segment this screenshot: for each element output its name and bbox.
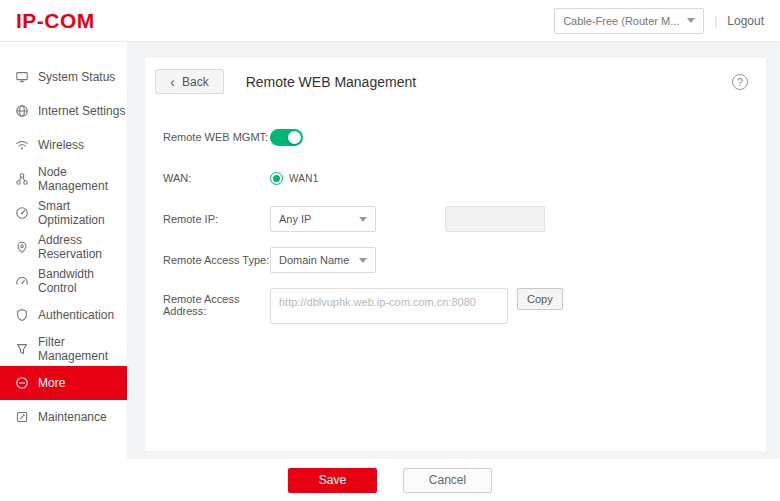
form-row-remote-mgmt: Remote WEB MGMT: xyxy=(163,124,752,150)
form-row-wan: WAN: WAN1 xyxy=(163,165,752,191)
sidebar-item-smart-optimization[interactable]: Smart Optimization xyxy=(0,196,127,230)
remote-ip-label: Remote IP: xyxy=(163,213,270,225)
access-address-label: Remote Access Address: xyxy=(163,288,270,317)
top-header: IP-COM Cable-Free (Router M... | Logout xyxy=(0,0,780,42)
ipcom-logo: IP-COM xyxy=(16,9,95,33)
sidebar-item-label: Node Management xyxy=(38,165,127,193)
optimization-icon xyxy=(15,206,29,220)
sidebar-item-label: System Status xyxy=(38,70,115,84)
remote-ip-input[interactable] xyxy=(445,206,545,232)
chevron-down-icon xyxy=(359,217,367,222)
remote-mgmt-label: Remote WEB MGMT: xyxy=(163,131,270,143)
form-row-access-type: Remote Access Type: Domain Name xyxy=(163,247,752,273)
maintenance-icon xyxy=(15,410,29,424)
sidebar-item-label: Wireless xyxy=(38,138,84,152)
wan1-radio[interactable] xyxy=(270,172,283,185)
monitor-icon xyxy=(15,70,29,84)
wifi-icon xyxy=(15,138,29,152)
access-type-select[interactable]: Domain Name xyxy=(270,247,376,273)
copy-button[interactable]: Copy xyxy=(517,288,563,310)
toggle-knob xyxy=(288,131,301,144)
minus-circle-icon xyxy=(15,376,29,390)
form-row-remote-ip: Remote IP: Any IP xyxy=(163,206,752,232)
globe-icon xyxy=(15,104,29,118)
page-title: Remote WEB Management xyxy=(246,74,416,90)
back-button[interactable]: ‹ Back xyxy=(155,69,224,94)
sidebar: System Status Internet Settings Wireless… xyxy=(0,42,127,501)
wan1-radio-label: WAN1 xyxy=(289,173,319,184)
logout-link[interactable]: Logout xyxy=(727,14,764,28)
remote-mgmt-toggle[interactable] xyxy=(270,129,303,146)
sidebar-item-address-reservation[interactable]: Address Reservation xyxy=(0,230,127,264)
remote-ip-select-value: Any IP xyxy=(279,213,311,225)
sidebar-item-maintenance[interactable]: Maintenance xyxy=(0,400,127,434)
chevron-down-icon xyxy=(359,258,367,263)
sidebar-item-label: Filter Management xyxy=(38,335,127,363)
main-area: ‹ Back Remote WEB Management ? Remote WE… xyxy=(127,42,780,501)
help-icon[interactable]: ? xyxy=(732,74,748,90)
cancel-button[interactable]: Cancel xyxy=(403,468,492,493)
sidebar-item-label: Internet Settings xyxy=(38,104,125,118)
sidebar-item-node-management[interactable]: Node Management xyxy=(0,162,127,196)
sidebar-item-internet-settings[interactable]: Internet Settings xyxy=(0,94,127,128)
save-button[interactable]: Save xyxy=(288,468,377,493)
wan-radio-group: WAN1 xyxy=(270,172,319,185)
sidebar-item-filter-management[interactable]: Filter Management xyxy=(0,332,127,366)
footer-actions: Save Cancel xyxy=(127,459,780,501)
sidebar-item-wireless[interactable]: Wireless xyxy=(0,128,127,162)
sidebar-item-bandwidth-control[interactable]: Bandwidth Control xyxy=(0,264,127,298)
sidebar-item-label: Bandwidth Control xyxy=(38,267,127,295)
wan-label: WAN: xyxy=(163,172,270,184)
chevron-down-icon xyxy=(687,18,695,23)
sidebar-item-label: Smart Optimization xyxy=(38,199,127,227)
filter-icon xyxy=(15,342,29,356)
device-selector-value: Cable-Free (Router M... xyxy=(563,15,679,27)
sidebar-item-more[interactable]: More xyxy=(0,366,127,400)
chevron-left-icon: ‹ xyxy=(170,74,175,89)
access-type-select-value: Domain Name xyxy=(279,254,349,266)
sidebar-item-label: Address Reservation xyxy=(38,233,127,261)
sidebar-item-label: Maintenance xyxy=(38,410,107,424)
content-card: ‹ Back Remote WEB Management ? Remote WE… xyxy=(145,58,766,451)
location-pin-icon xyxy=(15,240,29,254)
card-header: ‹ Back Remote WEB Management ? xyxy=(155,69,752,94)
sidebar-item-authentication[interactable]: Authentication xyxy=(0,298,127,332)
header-divider: | xyxy=(714,14,717,28)
sidebar-item-system-status[interactable]: System Status xyxy=(0,60,127,94)
access-address-value: http://dblvuphk.web.ip-com.com.cn:8080 xyxy=(270,288,508,324)
sidebar-item-label: More xyxy=(38,376,65,390)
remote-ip-select[interactable]: Any IP xyxy=(270,206,376,232)
remote-web-form: Remote WEB MGMT: WAN: WAN1 Remote IP: An… xyxy=(155,124,752,324)
radio-dot xyxy=(273,175,280,182)
back-button-label: Back xyxy=(182,75,209,89)
form-row-access-address: Remote Access Address: http://dblvuphk.w… xyxy=(163,288,752,324)
nodes-icon xyxy=(15,172,29,186)
device-selector-dropdown[interactable]: Cable-Free (Router M... xyxy=(554,8,704,34)
shield-icon xyxy=(15,308,29,322)
access-type-label: Remote Access Type: xyxy=(163,254,270,266)
sidebar-item-label: Authentication xyxy=(38,308,114,322)
gauge-icon xyxy=(15,274,29,288)
